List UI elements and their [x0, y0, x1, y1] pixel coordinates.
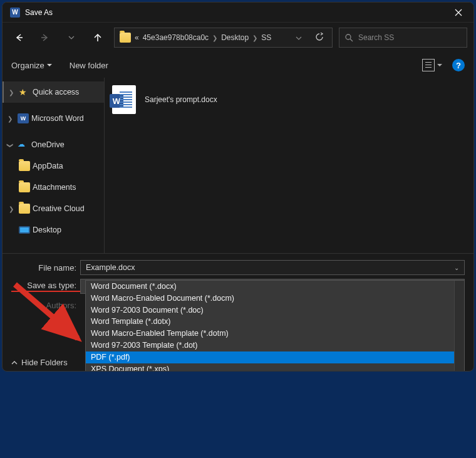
close-icon [455, 9, 462, 16]
cloud-icon: ☁ [18, 140, 29, 150]
sidebar-item-desktop[interactable]: Desktop [3, 219, 104, 241]
file-name-row: File name: Example.docx ⌄ [11, 259, 465, 276]
back-button[interactable] [9, 28, 29, 48]
history-dropdown[interactable] [289, 33, 308, 42]
up-button[interactable] [88, 28, 108, 48]
recent-button[interactable] [61, 28, 81, 48]
word-app-icon: W [10, 8, 20, 18]
forward-button[interactable] [35, 28, 55, 48]
file-item[interactable]: W Sarjeet's prompt.docx [112, 85, 217, 114]
sidebar-item-word[interactable]: ❯ W Microsoft Word [3, 108, 104, 129]
dropdown-option[interactable]: XPS Document (*.xps) [86, 363, 464, 372]
crumb-root[interactable]: 45e3ae978b08ca0c [143, 33, 209, 42]
file-name-label: File name: [11, 263, 80, 273]
search-icon [344, 33, 353, 42]
caret-down-icon [47, 64, 52, 67]
arrow-right-icon [41, 33, 49, 42]
search-placeholder: Search SS [358, 33, 394, 42]
chevron-down-icon [296, 36, 302, 40]
body: ❯ ★ Quick access ❯ W Microsoft Word ❯ ☁ … [3, 78, 473, 253]
window-title: Save As [25, 8, 446, 17]
refresh-button[interactable] [312, 33, 327, 43]
dropdown-option[interactable]: PDF (*.pdf) [86, 351, 464, 363]
expand-icon[interactable]: ❯ [6, 206, 16, 212]
scrollbar[interactable] [454, 281, 464, 372]
sidebar: ❯ ★ Quick access ❯ W Microsoft Word ❯ ☁ … [3, 78, 105, 253]
list-view-icon [422, 59, 435, 71]
expand-icon[interactable]: ❯ [6, 89, 16, 96]
collapse-icon[interactable]: ❯ [7, 140, 14, 150]
new-folder-button[interactable]: New folder [70, 61, 108, 70]
sidebar-item-attachments[interactable]: Attachments [3, 177, 104, 198]
refresh-icon [315, 33, 324, 41]
file-name-input[interactable]: Example.docx ⌄ [80, 260, 465, 275]
view-button[interactable] [422, 59, 442, 71]
expand-icon[interactable]: ❯ [5, 115, 15, 122]
dropdown-option[interactable]: Word Template (*.dotx) [86, 316, 464, 328]
dropdown-option[interactable]: Word 97-2003 Template (*.dot) [86, 340, 464, 351]
folder-icon [19, 204, 30, 214]
chevron-up-icon [11, 361, 18, 365]
organize-button[interactable]: Organize [11, 61, 52, 70]
address-bar[interactable]: « 45e3ae978b08ca0c ❯ Desktop ❯ SS [114, 28, 333, 48]
close-button[interactable] [446, 3, 471, 23]
crumb-prefix: « [135, 33, 139, 42]
word-icon: W [18, 113, 29, 123]
save-as-type-label: Save as type: [11, 281, 80, 292]
caret-down-icon [437, 64, 442, 67]
navbar: « 45e3ae978b08ca0c ❯ Desktop ❯ SS Search… [3, 23, 473, 53]
save-as-dialog: W Save As « 45e3ae978b08ca0c ❯ Desktop ❯… [2, 2, 474, 372]
chevron-right-icon: ❯ [252, 34, 257, 41]
folder-icon [19, 182, 30, 192]
chevron-down-icon[interactable]: ⌄ [454, 264, 459, 271]
folder-icon [120, 33, 131, 43]
star-icon: ★ [19, 87, 30, 97]
chevron-down-icon [68, 36, 75, 39]
crumb-desktop[interactable]: Desktop [221, 33, 249, 42]
arrow-left-icon [14, 33, 23, 42]
monitor-icon [19, 226, 30, 234]
authors-label: Authors: [11, 301, 80, 310]
dropdown-option[interactable]: Word Document (*.docx) [86, 281, 464, 293]
crumb-current[interactable]: SS [261, 33, 271, 42]
toolbar: Organize New folder ? [3, 53, 473, 78]
sidebar-item-appdata[interactable]: AppData [3, 155, 104, 177]
dropdown-option[interactable]: Word Macro-Enabled Template (*.dotm) [86, 328, 464, 340]
titlebar: W Save As [3, 3, 473, 23]
dropdown-option[interactable]: Word Macro-Enabled Document (*.docm) [86, 293, 464, 304]
docx-icon: W [112, 85, 136, 114]
sidebar-item-onedrive[interactable]: ❯ ☁ OneDrive [3, 134, 104, 155]
folder-icon [19, 161, 30, 171]
search-input[interactable]: Search SS [339, 28, 467, 48]
save-as-type-dropdown[interactable]: Word Document (*.docx)Word Macro-Enabled… [85, 280, 465, 372]
arrow-up-icon [93, 33, 102, 42]
chevron-right-icon: ❯ [212, 34, 217, 41]
file-name: Sarjeet's prompt.docx [145, 95, 217, 104]
sidebar-item-quick-access[interactable]: ❯ ★ Quick access [3, 81, 104, 103]
file-pane[interactable]: W Sarjeet's prompt.docx [105, 78, 473, 253]
help-button[interactable]: ? [452, 59, 465, 71]
svg-point-0 [346, 34, 351, 39]
sidebar-item-creative-cloud[interactable]: ❯ Creative Cloud [3, 198, 104, 219]
dropdown-option[interactable]: Word 97-2003 Document (*.doc) [86, 304, 464, 316]
